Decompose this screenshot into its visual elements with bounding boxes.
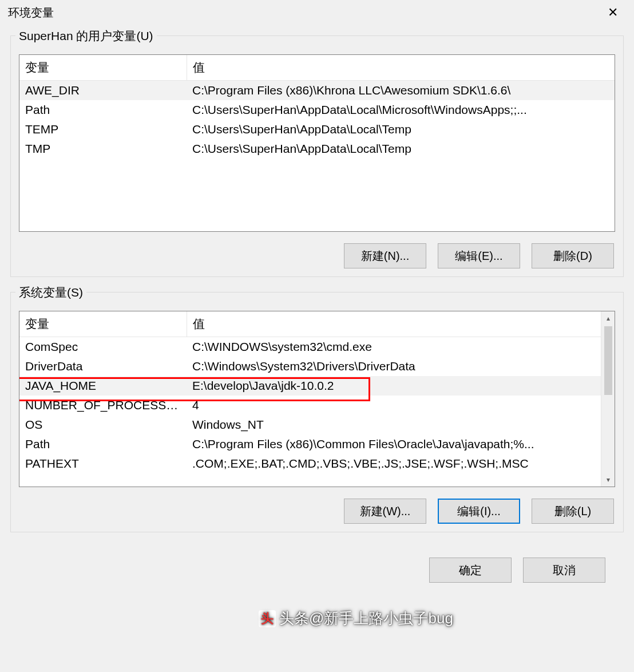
var-value-cell: C:\Users\SuperHan\AppData\Local\Temp xyxy=(187,120,615,139)
table-row[interactable]: JAVA_HOME E:\develop\Java\jdk-10.0.2 xyxy=(19,376,601,396)
var-name-cell: TMP xyxy=(19,139,187,159)
scroll-up-icon[interactable]: ▴ xyxy=(601,311,615,325)
var-value-cell: C:\Windows\System32\Drivers\DriverData xyxy=(187,357,601,376)
col-name-header[interactable]: 变量 xyxy=(19,311,187,337)
var-name-cell: OS xyxy=(19,415,187,434)
var-name-cell: DriverData xyxy=(19,357,187,376)
system-vars-legend: 系统变量(S) xyxy=(15,284,86,301)
col-value-header[interactable]: 值 xyxy=(187,311,601,337)
dialog-content: SuperHan 的用户变量(U) 变量 值 AWE_DIR C:\Progra… xyxy=(0,25,634,672)
scroll-down-icon[interactable]: ▾ xyxy=(601,473,615,487)
table-row[interactable]: TMP C:\Users\SuperHan\AppData\Local\Temp xyxy=(19,139,615,159)
col-name-header[interactable]: 变量 xyxy=(19,55,187,81)
var-value-cell: C:\Program Files (x86)\Khrona LLC\Awesom… xyxy=(187,81,615,101)
var-name-cell: ComSpec xyxy=(19,337,187,357)
system-vars-group: 系统变量(S) 变量 值 ComSpec xyxy=(10,292,624,532)
table-row[interactable]: ComSpec C:\WINDOWS\system32\cmd.exe xyxy=(19,337,601,357)
var-name-cell: NUMBER_OF_PROCESSORS xyxy=(19,396,187,415)
table-row[interactable]: Path C:\Users\SuperHan\AppData\Local\Mic… xyxy=(19,100,615,120)
system-vars-table-wrap: 变量 值 ComSpec C:\WINDOWS\system32\cmd.exe… xyxy=(19,311,615,487)
table-header-row: 变量 值 xyxy=(19,55,615,81)
table-row[interactable]: TEMP C:\Users\SuperHan\AppData\Local\Tem… xyxy=(19,120,615,139)
table-row[interactable]: NUMBER_OF_PROCESSORS 4 xyxy=(19,396,601,415)
titlebar: 环境变量 ✕ xyxy=(0,0,634,25)
scroll-track[interactable] xyxy=(604,325,612,473)
user-vars-legend: SuperHan 的用户变量(U) xyxy=(15,28,157,44)
env-vars-dialog: 环境变量 ✕ SuperHan 的用户变量(U) 变量 值 A xyxy=(0,0,634,672)
edit-sys-var-button[interactable]: 编辑(I)... xyxy=(438,499,520,524)
close-icon[interactable]: ✕ xyxy=(600,3,626,22)
table-row[interactable]: OS Windows_NT xyxy=(19,415,601,434)
var-value-cell: Windows_NT xyxy=(187,415,601,434)
cancel-button[interactable]: 取消 xyxy=(523,558,605,583)
window-title: 环境变量 xyxy=(8,5,54,21)
user-vars-table-wrap: 变量 值 AWE_DIR C:\Program Files (x86)\Khro… xyxy=(19,54,615,232)
var-name-cell: PATHEXT xyxy=(19,454,187,473)
edit-user-var-button[interactable]: 编辑(E)... xyxy=(438,243,520,268)
var-value-cell: 4 xyxy=(187,396,601,415)
user-vars-table[interactable]: 变量 值 AWE_DIR C:\Program Files (x86)\Khro… xyxy=(19,55,615,159)
var-name-cell: JAVA_HOME xyxy=(19,376,187,396)
new-sys-var-button[interactable]: 新建(W)... xyxy=(344,499,426,524)
table-row[interactable]: Path C:\Program Files (x86)\Common Files… xyxy=(19,434,601,454)
var-name-cell: AWE_DIR xyxy=(19,81,187,101)
system-vars-buttons: 新建(W)... 编辑(I)... 删除(L) xyxy=(19,499,615,524)
new-user-var-button[interactable]: 新建(N)... xyxy=(344,243,426,268)
var-value-cell: E:\develop\Java\jdk-10.0.2 xyxy=(187,376,601,396)
var-value-cell: C:\WINDOWS\system32\cmd.exe xyxy=(187,337,601,357)
table-row[interactable]: AWE_DIR C:\Program Files (x86)\Khrona LL… xyxy=(19,81,615,101)
var-name-cell: Path xyxy=(19,434,187,454)
delete-sys-var-button[interactable]: 删除(L) xyxy=(532,499,614,524)
ok-button[interactable]: 确定 xyxy=(429,558,512,583)
system-vars-table[interactable]: 变量 值 ComSpec C:\WINDOWS\system32\cmd.exe… xyxy=(19,311,601,473)
dialog-buttons: 确定 取消 xyxy=(10,547,624,583)
user-vars-group: SuperHan 的用户变量(U) 变量 值 AWE_DIR C:\Progra… xyxy=(10,35,624,277)
delete-user-var-button[interactable]: 删除(D) xyxy=(532,243,614,268)
table-row[interactable]: PATHEXT .COM;.EXE;.BAT;.CMD;.VBS;.VBE;.J… xyxy=(19,454,601,473)
var-value-cell: C:\Users\SuperHan\AppData\Local\Microsof… xyxy=(187,100,615,120)
var-name-cell: TEMP xyxy=(19,120,187,139)
vertical-scrollbar[interactable]: ▴ ▾ xyxy=(601,311,615,487)
col-value-header[interactable]: 值 xyxy=(187,55,615,81)
var-value-cell: C:\Users\SuperHan\AppData\Local\Temp xyxy=(187,139,615,159)
scroll-thumb[interactable] xyxy=(604,326,612,395)
var-name-cell: Path xyxy=(19,100,187,120)
table-row[interactable]: DriverData C:\Windows\System32\Drivers\D… xyxy=(19,357,601,376)
user-vars-buttons: 新建(N)... 编辑(E)... 删除(D) xyxy=(19,243,615,268)
var-value-cell: C:\Program Files (x86)\Common Files\Orac… xyxy=(187,434,601,454)
table-header-row: 变量 值 xyxy=(19,311,601,337)
var-value-cell: .COM;.EXE;.BAT;.CMD;.VBS;.VBE;.JS;.JSE;.… xyxy=(187,454,601,473)
